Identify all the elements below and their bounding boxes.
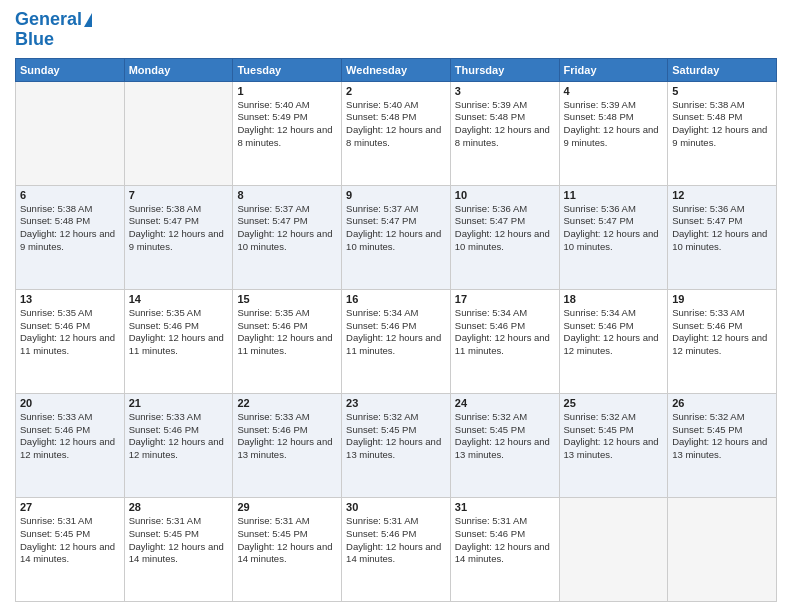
day-info: Sunrise: 5:35 AM Sunset: 5:46 PM Dayligh… (20, 307, 120, 358)
calendar-cell: 26Sunrise: 5:32 AM Sunset: 5:45 PM Dayli… (668, 393, 777, 497)
logo: General Blue (15, 10, 92, 50)
calendar-cell: 8Sunrise: 5:37 AM Sunset: 5:47 PM Daylig… (233, 185, 342, 289)
calendar-cell (668, 497, 777, 601)
calendar-cell: 20Sunrise: 5:33 AM Sunset: 5:46 PM Dayli… (16, 393, 125, 497)
calendar-cell: 2Sunrise: 5:40 AM Sunset: 5:48 PM Daylig… (342, 81, 451, 185)
calendar-cell: 3Sunrise: 5:39 AM Sunset: 5:48 PM Daylig… (450, 81, 559, 185)
day-number: 12 (672, 189, 772, 201)
calendar-week-row: 13Sunrise: 5:35 AM Sunset: 5:46 PM Dayli… (16, 289, 777, 393)
day-info: Sunrise: 5:34 AM Sunset: 5:46 PM Dayligh… (564, 307, 664, 358)
day-number: 5 (672, 85, 772, 97)
day-info: Sunrise: 5:33 AM Sunset: 5:46 PM Dayligh… (129, 411, 229, 462)
day-info: Sunrise: 5:31 AM Sunset: 5:46 PM Dayligh… (346, 515, 446, 566)
calendar-cell: 10Sunrise: 5:36 AM Sunset: 5:47 PM Dayli… (450, 185, 559, 289)
calendar-cell: 27Sunrise: 5:31 AM Sunset: 5:45 PM Dayli… (16, 497, 125, 601)
calendar-cell: 28Sunrise: 5:31 AM Sunset: 5:45 PM Dayli… (124, 497, 233, 601)
day-number: 24 (455, 397, 555, 409)
day-number: 14 (129, 293, 229, 305)
day-info: Sunrise: 5:40 AM Sunset: 5:49 PM Dayligh… (237, 99, 337, 150)
day-info: Sunrise: 5:36 AM Sunset: 5:47 PM Dayligh… (455, 203, 555, 254)
weekday-header: Saturday (668, 58, 777, 81)
calendar-cell (16, 81, 125, 185)
day-number: 9 (346, 189, 446, 201)
calendar-cell: 30Sunrise: 5:31 AM Sunset: 5:46 PM Dayli… (342, 497, 451, 601)
day-number: 31 (455, 501, 555, 513)
weekday-header: Sunday (16, 58, 125, 81)
day-number: 13 (20, 293, 120, 305)
day-number: 22 (237, 397, 337, 409)
day-info: Sunrise: 5:37 AM Sunset: 5:47 PM Dayligh… (237, 203, 337, 254)
calendar-cell: 1Sunrise: 5:40 AM Sunset: 5:49 PM Daylig… (233, 81, 342, 185)
day-info: Sunrise: 5:36 AM Sunset: 5:47 PM Dayligh… (564, 203, 664, 254)
calendar-cell: 19Sunrise: 5:33 AM Sunset: 5:46 PM Dayli… (668, 289, 777, 393)
calendar-cell: 5Sunrise: 5:38 AM Sunset: 5:48 PM Daylig… (668, 81, 777, 185)
day-info: Sunrise: 5:38 AM Sunset: 5:48 PM Dayligh… (20, 203, 120, 254)
logo-triangle-icon (84, 13, 92, 27)
day-number: 3 (455, 85, 555, 97)
day-number: 25 (564, 397, 664, 409)
day-number: 18 (564, 293, 664, 305)
day-number: 2 (346, 85, 446, 97)
logo-blue-text: Blue (15, 30, 54, 50)
day-number: 26 (672, 397, 772, 409)
day-number: 6 (20, 189, 120, 201)
weekday-header: Friday (559, 58, 668, 81)
day-info: Sunrise: 5:39 AM Sunset: 5:48 PM Dayligh… (564, 99, 664, 150)
day-number: 19 (672, 293, 772, 305)
weekday-header: Wednesday (342, 58, 451, 81)
day-info: Sunrise: 5:31 AM Sunset: 5:45 PM Dayligh… (237, 515, 337, 566)
calendar-cell: 14Sunrise: 5:35 AM Sunset: 5:46 PM Dayli… (124, 289, 233, 393)
day-number: 11 (564, 189, 664, 201)
day-number: 27 (20, 501, 120, 513)
weekday-header: Thursday (450, 58, 559, 81)
calendar-cell: 31Sunrise: 5:31 AM Sunset: 5:46 PM Dayli… (450, 497, 559, 601)
calendar-week-row: 6Sunrise: 5:38 AM Sunset: 5:48 PM Daylig… (16, 185, 777, 289)
calendar-cell: 23Sunrise: 5:32 AM Sunset: 5:45 PM Dayli… (342, 393, 451, 497)
day-number: 4 (564, 85, 664, 97)
page: General Blue SundayMondayTuesdayWednesda… (0, 0, 792, 612)
day-number: 28 (129, 501, 229, 513)
day-number: 17 (455, 293, 555, 305)
calendar-cell: 21Sunrise: 5:33 AM Sunset: 5:46 PM Dayli… (124, 393, 233, 497)
day-info: Sunrise: 5:32 AM Sunset: 5:45 PM Dayligh… (455, 411, 555, 462)
day-info: Sunrise: 5:32 AM Sunset: 5:45 PM Dayligh… (672, 411, 772, 462)
day-info: Sunrise: 5:35 AM Sunset: 5:46 PM Dayligh… (237, 307, 337, 358)
day-number: 29 (237, 501, 337, 513)
day-info: Sunrise: 5:33 AM Sunset: 5:46 PM Dayligh… (672, 307, 772, 358)
calendar-cell: 24Sunrise: 5:32 AM Sunset: 5:45 PM Dayli… (450, 393, 559, 497)
calendar-cell (124, 81, 233, 185)
weekday-header: Monday (124, 58, 233, 81)
calendar-cell: 6Sunrise: 5:38 AM Sunset: 5:48 PM Daylig… (16, 185, 125, 289)
calendar-cell: 22Sunrise: 5:33 AM Sunset: 5:46 PM Dayli… (233, 393, 342, 497)
calendar-cell: 16Sunrise: 5:34 AM Sunset: 5:46 PM Dayli… (342, 289, 451, 393)
calendar-cell (559, 497, 668, 601)
day-number: 10 (455, 189, 555, 201)
calendar-header-row: SundayMondayTuesdayWednesdayThursdayFrid… (16, 58, 777, 81)
day-info: Sunrise: 5:33 AM Sunset: 5:46 PM Dayligh… (237, 411, 337, 462)
calendar-cell: 9Sunrise: 5:37 AM Sunset: 5:47 PM Daylig… (342, 185, 451, 289)
logo-text: General (15, 10, 82, 30)
day-number: 1 (237, 85, 337, 97)
calendar-week-row: 27Sunrise: 5:31 AM Sunset: 5:45 PM Dayli… (16, 497, 777, 601)
calendar-cell: 15Sunrise: 5:35 AM Sunset: 5:46 PM Dayli… (233, 289, 342, 393)
day-number: 15 (237, 293, 337, 305)
calendar-cell: 13Sunrise: 5:35 AM Sunset: 5:46 PM Dayli… (16, 289, 125, 393)
calendar-week-row: 1Sunrise: 5:40 AM Sunset: 5:49 PM Daylig… (16, 81, 777, 185)
calendar-week-row: 20Sunrise: 5:33 AM Sunset: 5:46 PM Dayli… (16, 393, 777, 497)
day-info: Sunrise: 5:31 AM Sunset: 5:45 PM Dayligh… (129, 515, 229, 566)
calendar-cell: 11Sunrise: 5:36 AM Sunset: 5:47 PM Dayli… (559, 185, 668, 289)
day-number: 8 (237, 189, 337, 201)
calendar-cell: 12Sunrise: 5:36 AM Sunset: 5:47 PM Dayli… (668, 185, 777, 289)
day-info: Sunrise: 5:34 AM Sunset: 5:46 PM Dayligh… (455, 307, 555, 358)
day-number: 30 (346, 501, 446, 513)
day-number: 16 (346, 293, 446, 305)
day-info: Sunrise: 5:33 AM Sunset: 5:46 PM Dayligh… (20, 411, 120, 462)
day-info: Sunrise: 5:32 AM Sunset: 5:45 PM Dayligh… (346, 411, 446, 462)
day-info: Sunrise: 5:32 AM Sunset: 5:45 PM Dayligh… (564, 411, 664, 462)
day-info: Sunrise: 5:36 AM Sunset: 5:47 PM Dayligh… (672, 203, 772, 254)
day-info: Sunrise: 5:39 AM Sunset: 5:48 PM Dayligh… (455, 99, 555, 150)
calendar-cell: 29Sunrise: 5:31 AM Sunset: 5:45 PM Dayli… (233, 497, 342, 601)
day-number: 21 (129, 397, 229, 409)
calendar-cell: 18Sunrise: 5:34 AM Sunset: 5:46 PM Dayli… (559, 289, 668, 393)
day-info: Sunrise: 5:31 AM Sunset: 5:45 PM Dayligh… (20, 515, 120, 566)
